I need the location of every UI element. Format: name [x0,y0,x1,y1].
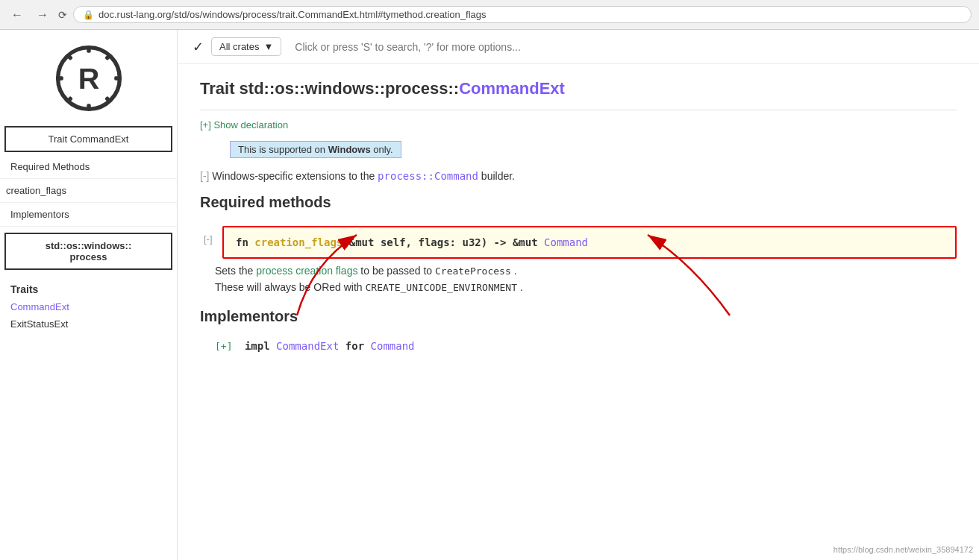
section-description: [-] Windows-specific extensions to the p… [200,170,957,182]
back-button[interactable]: ← [7,7,27,23]
fn-params: (&mut self, flags: u32) -> &mut [343,236,544,248]
watermark: https://blog.csdn.net/weixin_35894172 [833,545,973,554]
rust-logo: R [55,45,122,112]
fn-name: creation_flags [254,236,343,248]
lock-icon: 🔒 [83,10,94,20]
code-block-area: [-] fn creation_flags(&mut self, flags: … [222,226,957,259]
sidebar-item-required-methods[interactable]: Required Methods [0,155,177,179]
ret-type: Command [544,236,588,248]
show-declaration-line: [+] Show declaration [200,119,957,130]
main-layout: R Trait CommandExt Required Methods crea… [0,30,979,560]
fn-keyword: fn [236,236,254,248]
logo-area: R [0,30,177,123]
process-command-link[interactable]: process::Command [378,170,478,182]
url-text: doc.rust-lang.org/std/os/windows/process… [98,9,487,20]
module-label: std::os::windows:: process [46,240,132,262]
windows-badge-container: This is supported on Windows only. [215,136,957,163]
sidebar-navigation: Trait CommandExt Required Methods creati… [0,123,177,333]
process-creation-flags-link[interactable]: process creation flags [256,265,357,277]
sidebar-module-box[interactable]: std::os::windows:: process [4,233,172,270]
chevron-down-icon: ▼ [263,41,273,52]
svg-rect-2 [87,104,90,110]
svg-rect-1 [87,46,90,53]
method-desc-2: These will always be ORed with CREATE_UN… [215,281,957,293]
page-title: Trait std::os::windows::process::Command… [200,79,957,98]
required-methods-heading: Required methods [200,194,957,215]
implementors-heading: Implementors [200,308,957,329]
browser-chrome: ← → ⟳ 🔒 doc.rust-lang.org/std/os/windows… [0,0,979,30]
impl-line: [+] impl CommandExt for Command [215,340,957,352]
declaration-toggle[interactable]: [+] Show declaration [200,119,288,130]
impl-toggle[interactable]: [+] [215,341,232,352]
svg-rect-4 [114,76,121,80]
svg-rect-3 [56,76,63,80]
sidebar-link-commandext[interactable]: CommandExt [0,298,177,315]
implementors-section: Implementors [+] impl CommandExt for Com… [200,308,957,352]
unicode-env-code: CREATE_UNICODE_ENVIRONMENT [366,282,518,293]
search-input[interactable] [289,38,964,56]
refresh-button[interactable]: ⟳ [58,9,67,21]
checkmark-icon: ✓ [193,39,204,55]
code-block: fn creation_flags(&mut self, flags: u32)… [222,226,957,259]
traits-heading: Traits [0,276,177,298]
method-desc-1: Sets the process creation flags to be pa… [215,265,957,277]
address-bar[interactable]: 🔒 doc.rust-lang.org/std/os/windows/proce… [73,6,972,23]
forward-button[interactable]: → [33,7,52,23]
search-bar: ✓ All crates ▼ [178,30,979,64]
sidebar-item-trait-commandext[interactable]: Trait CommandExt [4,126,172,152]
crates-dropdown[interactable]: All crates ▼ [211,37,281,56]
windows-only-badge: This is supported on Windows only. [230,141,401,158]
content-area: ✓ All crates ▼ Trait std::os::windows::p… [178,30,979,560]
sidebar: R Trait CommandExt Required Methods crea… [0,30,178,560]
sidebar-item-implementors[interactable]: Implementors [0,203,177,227]
sidebar-link-exitstatusext[interactable]: ExitStatusExt [0,315,177,333]
page-content: Trait std::os::windows::process::Command… [178,64,979,560]
code-collapse-btn[interactable]: [-] [204,233,213,245]
sidebar-item-creation-flags[interactable]: creation_flags [0,179,177,203]
svg-text:R: R [78,62,99,95]
create-process-code: CreateProcess [435,265,511,277]
